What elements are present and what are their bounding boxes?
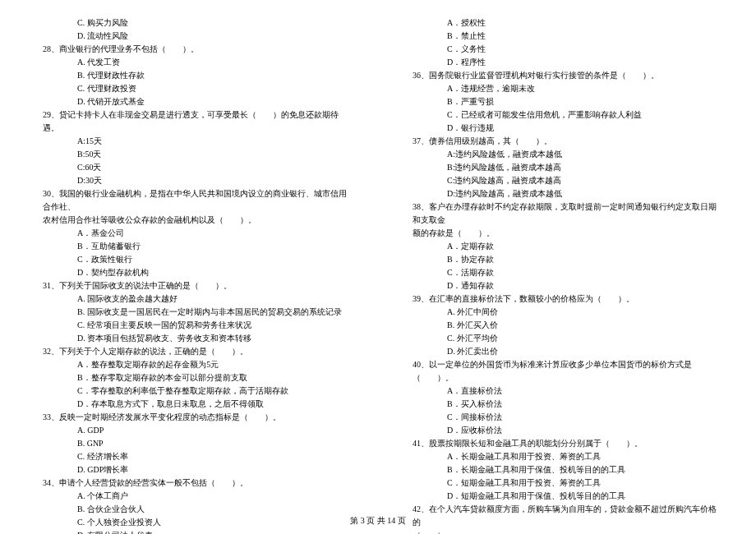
option: B. 国际收支是一国居民在一定时期内与非本国居民的贸易交易的系统记录 <box>33 306 353 319</box>
question-33: 33、反映一定时期经济发展水平变化程度的动态指标是（ ）。 <box>33 411 353 424</box>
option: A. GDP <box>33 424 353 437</box>
option: A．直接标价法 <box>403 384 723 398</box>
option: A．长期金融工具和用于投资、筹资的工具 <box>403 450 723 463</box>
option: A:违约风险越低，融资成本越低 <box>403 148 723 161</box>
option: B．禁止性 <box>403 30 723 43</box>
option: D. 外汇卖出价 <box>403 345 723 358</box>
option: C. 经济增长率 <box>33 450 353 463</box>
option: C．义务性 <box>403 43 723 56</box>
question-30-cont: 农村信用合作社等吸收公众存款的金融机构以及（ ）。 <box>33 214 353 227</box>
option: B:违约风险越低，融资成本越高 <box>403 161 723 174</box>
option: C:违约风险越高，融资成本越高 <box>403 174 723 187</box>
option: D. 流动性风险 <box>33 30 353 43</box>
page-footer: 第 3 页 共 14 页 <box>0 514 756 527</box>
option: D．银行违规 <box>403 122 723 135</box>
option: A．整存整取定期存款的起存金额为5元 <box>33 358 353 371</box>
option: B．协定存款 <box>403 253 723 266</box>
option: A. 个体工商户 <box>33 490 353 503</box>
option: B:50天 <box>33 148 353 161</box>
question-32: 32、下列关于个人定期存款的说法，正确的是（ ）。 <box>33 345 353 358</box>
option: B. 外汇买入价 <box>403 319 723 332</box>
option: B．长期金融工具和用于保值、投机等目的的工具 <box>403 463 723 476</box>
option: D．短期金融工具和用于保值、投机等目的的工具 <box>403 490 723 503</box>
option: B．买入标价法 <box>403 398 723 411</box>
left-column: C. 购买力风险 D. 流动性风险 28、商业银行的代理业务不包括（ ）。 A.… <box>33 16 353 534</box>
option: C．间接标价法 <box>403 411 723 424</box>
option: D．应收标价法 <box>403 424 723 437</box>
option: D:30天 <box>33 174 353 187</box>
option: D．程序性 <box>403 56 723 69</box>
option: A．基金公司 <box>33 227 353 240</box>
option: D. 代销开放式基金 <box>33 95 353 108</box>
option: A．定期存款 <box>403 240 723 253</box>
option: B．严重亏损 <box>403 95 723 108</box>
question-40: 40、以一定单位的外国货币为标准来计算应收多少单位本国货币的标价方式是（ ）。 <box>403 358 723 384</box>
question-36: 36、国务院银行业监督管理机构对银行实行接管的条件是（ ）。 <box>403 69 723 82</box>
exam-page: C. 购买力风险 D. 流动性风险 28、商业银行的代理业务不包括（ ）。 A.… <box>0 0 756 534</box>
option: B. 代理财政性存款 <box>33 69 353 82</box>
question-42-cont: （ ）。 <box>403 529 723 534</box>
option: A. 国际收支的盈余越大越好 <box>33 292 353 306</box>
question-39: 39、在汇率的直接标价法下，数额较小的价格应为（ ）。 <box>403 292 723 306</box>
question-34: 34、申请个人经营贷款的经营实体一般不包括（ ）。 <box>33 476 353 490</box>
option: C. 经常项目主要反映一国的贸易和劳务往来状况 <box>33 319 353 332</box>
option: C．零存整取的利率低于整存整取定期存款，高于活期存款 <box>33 384 353 398</box>
option: C:60天 <box>33 161 353 174</box>
question-28: 28、商业银行的代理业务不包括（ ）。 <box>33 43 353 56</box>
option: A．违规经营，逾期未改 <box>403 82 723 95</box>
option: C．政策性银行 <box>33 253 353 266</box>
option: B．整存零取定期存款的本金可以部分提前支取 <box>33 371 353 384</box>
option: C. 购买力风险 <box>33 16 353 30</box>
question-29: 29、贷记卡持卡人在非现金交易是进行透支，可享受最长（ ）的免息还款期待遇。 <box>33 108 353 135</box>
question-41: 41、股票按期限长短和金融工具的职能划分分别属于（ ）。 <box>403 437 723 450</box>
option: B．互助储蓄银行 <box>33 240 353 253</box>
option: C．活期存款 <box>403 266 723 279</box>
option: D. 资本项目包括贸易收支、劳务收支和资本转移 <box>33 332 353 345</box>
option: D．存本取息方式下，取息日未取息，之后不得领取 <box>33 398 353 411</box>
option: C. 外汇平均价 <box>403 332 723 345</box>
question-38-cont: 额的存款是（ ）。 <box>403 227 723 240</box>
option: B. GNP <box>33 437 353 450</box>
question-31: 31、下列关于国际收支的说法中正确的是（ ）。 <box>33 279 353 292</box>
option: C．短期金融工具和用于投资、筹资的工具 <box>403 476 723 490</box>
option: A. 代发工资 <box>33 56 353 69</box>
right-column: A．授权性 B．禁止性 C．义务性 D．程序性 36、国务院银行业监督管理机构对… <box>403 16 723 534</box>
option: D. 有限公司法人代表 <box>33 529 353 534</box>
option: C. 代理财政投资 <box>33 82 353 95</box>
option: A. 外汇中间价 <box>403 306 723 319</box>
option: D．通知存款 <box>403 279 723 292</box>
option: A:15天 <box>33 135 353 148</box>
question-37: 37、债券信用级别越高，其（ ）。 <box>403 135 723 148</box>
question-30: 30、我国的银行业金融机构，是指在中华人民共和国境内设立的商业银行、城市信用合作… <box>33 187 353 214</box>
option: D:违约风险越高，融资成本越低 <box>403 187 723 200</box>
option: C．已经或者可能发生信用危机，严重影响存款人利益 <box>403 108 723 122</box>
option: D．契约型存款机构 <box>33 266 353 279</box>
option: A．授权性 <box>403 16 723 30</box>
question-38: 38、客户在办理存款时不约定存款期限，支取时提前一定时间通知银行约定支取日期和支… <box>403 200 723 227</box>
option: D. GDP增长率 <box>33 463 353 476</box>
